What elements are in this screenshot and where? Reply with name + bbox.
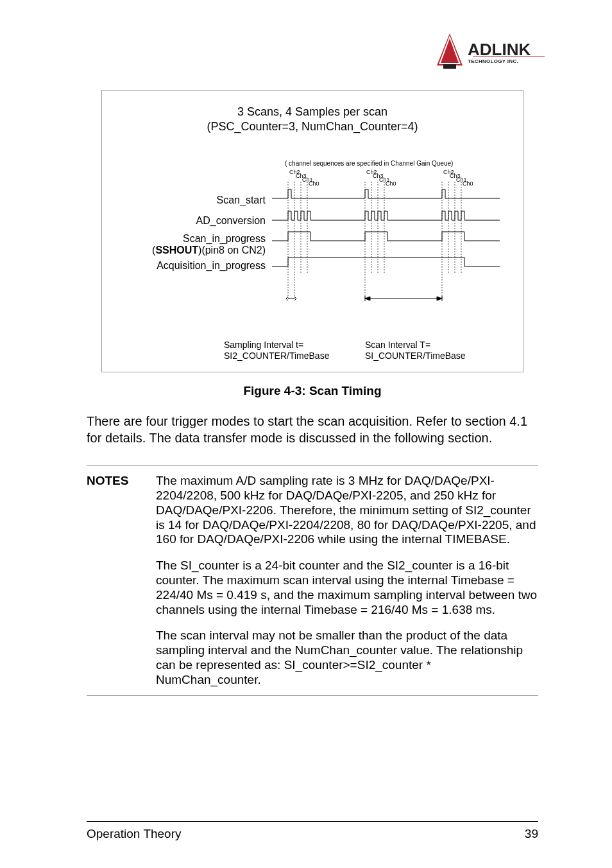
footer-page-number: 39 (525, 827, 538, 841)
label-scan-start: Scan_start (102, 195, 266, 206)
label-acquisition: Acquisition_in_progress (102, 260, 266, 272)
adlink-logo: ADLINK TECHNOLOGY INC. (437, 33, 551, 73)
notes-p3: The scan interval may not be smaller tha… (156, 629, 538, 687)
figure-scan-timing: 3 Scans, 4 Samples per scan (PSC_Counter… (101, 90, 523, 372)
svg-marker-26 (437, 297, 442, 300)
body-paragraph: There are four trigger modes to start th… (87, 413, 538, 446)
notes-label: NOTES (87, 474, 144, 687)
notes-block: NOTES The maximum A/D sampling rate is 3… (87, 465, 538, 695)
svg-text:ADLINK: ADLINK (468, 40, 531, 59)
svg-text:TECHNOLOGY INC.: TECHNOLOGY INC. (468, 58, 518, 64)
label-ad-conversion: AD_conversion (102, 215, 266, 227)
figure-title: 3 Scans, 4 Samples per scan (PSC_Counter… (102, 105, 523, 135)
notes-p2: The SI_counter is a 24-bit counter and t… (156, 559, 538, 617)
channel-sequence-note: ( channel sequences are specified in Cha… (285, 160, 453, 167)
notes-body: The maximum A/D sampling rate is 3 MHz f… (156, 474, 538, 687)
svg-line-21 (286, 299, 288, 300)
svg-rect-6 (473, 56, 545, 57)
figure-caption: Figure 4-3: Scan Timing (87, 384, 538, 398)
svg-marker-25 (365, 297, 370, 300)
label-scan-in-progress: Scan_in_progress (SSHOUT)(pin8 on CN2) (102, 233, 266, 256)
scan-interval-label: Scan Interval T= SI_COUNTER/TimeBase (365, 340, 466, 361)
svg-rect-3 (443, 64, 456, 69)
figure-title-line2: (PSC_Counter=3, NumChan_Counter=4) (102, 119, 523, 134)
notes-p1: The maximum A/D sampling rate is 3 MHz f… (156, 474, 538, 547)
svg-line-23 (294, 299, 296, 300)
svg-line-22 (294, 297, 296, 299)
page-footer: Operation Theory 39 (87, 821, 538, 841)
figure-title-line1: 3 Scans, 4 Samples per scan (102, 105, 523, 119)
sampling-interval-label: Sampling Interval t= SI2_COUNTER/TimeBas… (224, 340, 329, 361)
svg-line-20 (286, 297, 288, 299)
footer-section: Operation Theory (87, 827, 182, 841)
